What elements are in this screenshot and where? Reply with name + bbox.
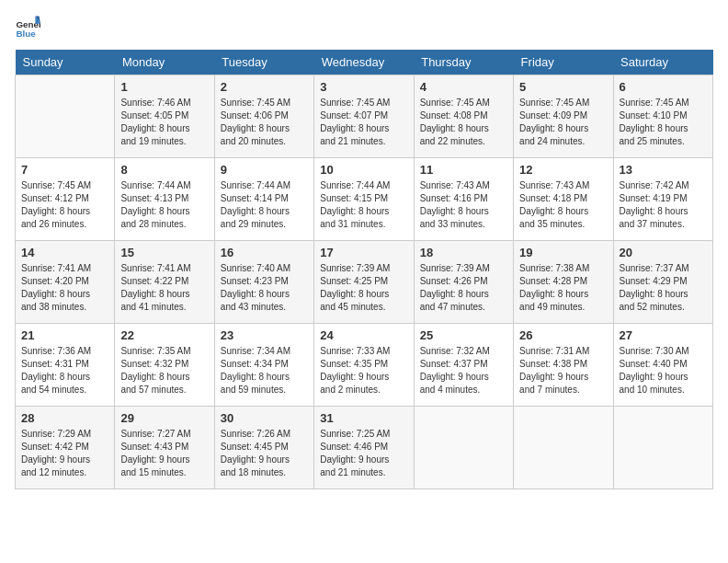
day-number: 26 xyxy=(519,328,607,342)
day-info: Sunrise: 7:41 AMSunset: 4:20 PMDaylight:… xyxy=(21,262,108,314)
day-info: Sunrise: 7:45 AMSunset: 4:12 PMDaylight:… xyxy=(21,179,108,231)
day-info: Sunrise: 7:43 AMSunset: 4:16 PMDaylight:… xyxy=(420,179,507,231)
calendar-cell: 13Sunrise: 7:42 AMSunset: 4:19 PMDayligh… xyxy=(613,158,712,241)
day-number: 5 xyxy=(519,80,607,94)
day-info: Sunrise: 7:29 AMSunset: 4:42 PMDaylight:… xyxy=(21,428,108,479)
day-info: Sunrise: 7:33 AMSunset: 4:35 PMDaylight:… xyxy=(320,345,407,396)
day-info: Sunrise: 7:26 AMSunset: 4:45 PMDaylight:… xyxy=(221,428,308,479)
day-info: Sunrise: 7:36 AMSunset: 4:31 PMDaylight:… xyxy=(21,345,108,396)
calendar-cell: 19Sunrise: 7:38 AMSunset: 4:28 PMDayligh… xyxy=(514,241,613,324)
calendar-cell: 27Sunrise: 7:30 AMSunset: 4:40 PMDayligh… xyxy=(613,324,712,407)
day-info: Sunrise: 7:35 AMSunset: 4:32 PMDaylight:… xyxy=(120,345,208,396)
day-info: Sunrise: 7:45 AMSunset: 4:10 PMDaylight:… xyxy=(620,97,707,148)
calendar-cell xyxy=(16,75,115,158)
calendar-cell: 26Sunrise: 7:31 AMSunset: 4:38 PMDayligh… xyxy=(514,324,613,407)
day-number: 13 xyxy=(620,163,707,177)
calendar-cell: 7Sunrise: 7:45 AMSunset: 4:12 PMDaylight… xyxy=(16,158,115,241)
calendar-cell: 5Sunrise: 7:45 AMSunset: 4:09 PMDaylight… xyxy=(514,75,613,158)
day-info: Sunrise: 7:44 AMSunset: 4:13 PMDaylight:… xyxy=(120,179,208,231)
calendar-cell: 12Sunrise: 7:43 AMSunset: 4:18 PMDayligh… xyxy=(514,158,613,241)
calendar-cell: 4Sunrise: 7:45 AMSunset: 4:08 PMDaylight… xyxy=(414,75,513,158)
calendar-week-5: 28Sunrise: 7:29 AMSunset: 4:42 PMDayligh… xyxy=(16,407,713,489)
day-info: Sunrise: 7:25 AMSunset: 4:46 PMDaylight:… xyxy=(320,428,407,479)
day-header-monday: Monday xyxy=(115,50,214,75)
day-info: Sunrise: 7:30 AMSunset: 4:40 PMDaylight:… xyxy=(620,345,707,396)
calendar-cell: 31Sunrise: 7:25 AMSunset: 4:46 PMDayligh… xyxy=(314,407,414,489)
day-header-friday: Friday xyxy=(514,50,613,75)
day-info: Sunrise: 7:45 AMSunset: 4:08 PMDaylight:… xyxy=(420,97,507,148)
day-number: 4 xyxy=(420,80,507,94)
day-info: Sunrise: 7:42 AMSunset: 4:19 PMDaylight:… xyxy=(620,179,707,231)
day-info: Sunrise: 7:45 AMSunset: 4:07 PMDaylight:… xyxy=(320,97,407,148)
day-number: 7 xyxy=(21,163,108,177)
calendar-cell: 15Sunrise: 7:41 AMSunset: 4:22 PMDayligh… xyxy=(115,241,214,324)
header: General Blue xyxy=(15,15,713,40)
day-number: 17 xyxy=(320,246,407,259)
calendar-cell: 14Sunrise: 7:41 AMSunset: 4:20 PMDayligh… xyxy=(16,241,115,324)
day-number: 28 xyxy=(21,411,108,425)
day-number: 8 xyxy=(120,163,208,177)
calendar-cell: 28Sunrise: 7:29 AMSunset: 4:42 PMDayligh… xyxy=(16,407,115,489)
day-info: Sunrise: 7:39 AMSunset: 4:25 PMDaylight:… xyxy=(320,262,407,314)
calendar-cell: 6Sunrise: 7:45 AMSunset: 4:10 PMDaylight… xyxy=(613,75,712,158)
day-info: Sunrise: 7:31 AMSunset: 4:38 PMDaylight:… xyxy=(519,345,607,396)
logo-icon: General Blue xyxy=(15,15,40,40)
day-header-wednesday: Wednesday xyxy=(314,50,414,75)
day-number: 2 xyxy=(221,80,308,94)
day-number: 1 xyxy=(120,80,208,94)
day-header-saturday: Saturday xyxy=(613,50,712,75)
day-number: 31 xyxy=(320,411,407,425)
calendar-week-2: 7Sunrise: 7:45 AMSunset: 4:12 PMDaylight… xyxy=(16,158,713,241)
calendar-cell: 9Sunrise: 7:44 AMSunset: 4:14 PMDaylight… xyxy=(214,158,313,241)
day-number: 6 xyxy=(620,80,707,94)
calendar-table: SundayMondayTuesdayWednesdayThursdayFrid… xyxy=(15,50,713,489)
day-info: Sunrise: 7:43 AMSunset: 4:18 PMDaylight:… xyxy=(519,179,607,231)
calendar-cell: 3Sunrise: 7:45 AMSunset: 4:07 PMDaylight… xyxy=(314,75,414,158)
day-header-thursday: Thursday xyxy=(414,50,513,75)
calendar-cell: 10Sunrise: 7:44 AMSunset: 4:15 PMDayligh… xyxy=(314,158,414,241)
calendar-cell: 23Sunrise: 7:34 AMSunset: 4:34 PMDayligh… xyxy=(214,324,313,407)
day-number: 22 xyxy=(120,328,208,342)
day-number: 29 xyxy=(120,411,208,425)
day-header-tuesday: Tuesday xyxy=(214,50,313,75)
calendar-cell: 25Sunrise: 7:32 AMSunset: 4:37 PMDayligh… xyxy=(414,324,513,407)
day-number: 9 xyxy=(221,163,308,177)
day-info: Sunrise: 7:45 AMSunset: 4:06 PMDaylight:… xyxy=(221,97,308,148)
day-info: Sunrise: 7:32 AMSunset: 4:37 PMDaylight:… xyxy=(420,345,507,396)
calendar-cell: 21Sunrise: 7:36 AMSunset: 4:31 PMDayligh… xyxy=(16,324,115,407)
calendar-cell xyxy=(514,407,613,489)
calendar-week-4: 21Sunrise: 7:36 AMSunset: 4:31 PMDayligh… xyxy=(16,324,713,407)
svg-text:Blue: Blue xyxy=(16,29,36,39)
day-number: 25 xyxy=(420,328,507,342)
day-number: 27 xyxy=(620,328,707,342)
day-number: 12 xyxy=(519,163,607,177)
day-info: Sunrise: 7:44 AMSunset: 4:15 PMDaylight:… xyxy=(320,179,407,231)
day-number: 30 xyxy=(221,411,308,425)
calendar-cell: 16Sunrise: 7:40 AMSunset: 4:23 PMDayligh… xyxy=(214,241,313,324)
day-number: 16 xyxy=(221,246,308,259)
day-number: 10 xyxy=(320,163,407,177)
day-number: 24 xyxy=(320,328,407,342)
day-number: 23 xyxy=(221,328,308,342)
calendar-week-3: 14Sunrise: 7:41 AMSunset: 4:20 PMDayligh… xyxy=(16,241,713,324)
day-info: Sunrise: 7:39 AMSunset: 4:26 PMDaylight:… xyxy=(420,262,507,314)
calendar-cell: 30Sunrise: 7:26 AMSunset: 4:45 PMDayligh… xyxy=(214,407,313,489)
calendar-cell: 8Sunrise: 7:44 AMSunset: 4:13 PMDaylight… xyxy=(115,158,214,241)
day-info: Sunrise: 7:45 AMSunset: 4:09 PMDaylight:… xyxy=(519,97,607,148)
calendar-cell: 29Sunrise: 7:27 AMSunset: 4:43 PMDayligh… xyxy=(115,407,214,489)
calendar-cell: 2Sunrise: 7:45 AMSunset: 4:06 PMDaylight… xyxy=(214,75,313,158)
day-number: 3 xyxy=(320,80,407,94)
calendar-cell: 22Sunrise: 7:35 AMSunset: 4:32 PMDayligh… xyxy=(115,324,214,407)
day-number: 20 xyxy=(620,246,707,259)
calendar-cell: 11Sunrise: 7:43 AMSunset: 4:16 PMDayligh… xyxy=(414,158,513,241)
day-info: Sunrise: 7:38 AMSunset: 4:28 PMDaylight:… xyxy=(519,262,607,314)
day-info: Sunrise: 7:46 AMSunset: 4:05 PMDaylight:… xyxy=(120,97,208,148)
day-number: 14 xyxy=(21,246,108,259)
calendar-cell: 18Sunrise: 7:39 AMSunset: 4:26 PMDayligh… xyxy=(414,241,513,324)
calendar-cell: 20Sunrise: 7:37 AMSunset: 4:29 PMDayligh… xyxy=(613,241,712,324)
calendar-header: SundayMondayTuesdayWednesdayThursdayFrid… xyxy=(16,50,713,75)
day-info: Sunrise: 7:27 AMSunset: 4:43 PMDaylight:… xyxy=(120,428,208,479)
day-info: Sunrise: 7:34 AMSunset: 4:34 PMDaylight:… xyxy=(221,345,308,396)
calendar-cell: 17Sunrise: 7:39 AMSunset: 4:25 PMDayligh… xyxy=(314,241,414,324)
day-number: 15 xyxy=(120,246,208,259)
